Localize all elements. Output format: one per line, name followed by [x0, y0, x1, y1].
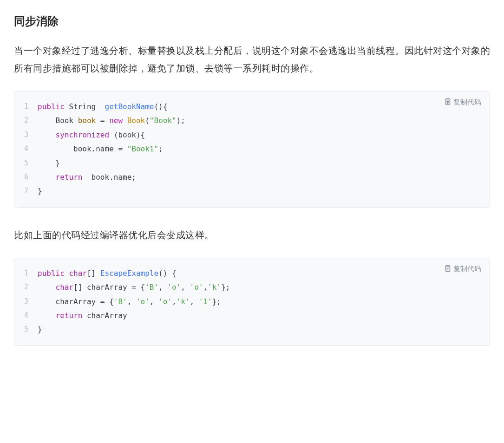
section-heading: 同步消除	[14, 14, 490, 29]
line-number: 5	[14, 156, 38, 170]
line-number: 3	[14, 128, 38, 142]
line-number: 5	[14, 323, 38, 336]
line-content: }	[38, 184, 42, 198]
code-line: 4 return charArray	[14, 309, 479, 323]
copy-icon	[444, 265, 451, 274]
copy-label: 复制代码	[453, 98, 481, 107]
code-block-1: 复制代码 1public String getBookName(){2 Book…	[14, 91, 490, 208]
line-content: Book book = new Book("Book");	[38, 114, 185, 128]
code-block-2: 复制代码 1public char[] EscapeExample() {2 c…	[14, 258, 490, 346]
copy-icon	[444, 98, 451, 107]
code-line: 1public char[] EscapeExample() {	[14, 267, 479, 280]
paragraph-middle: 比如上面的代码经过编译器优化后会变成这样。	[14, 226, 490, 244]
line-number: 2	[14, 280, 38, 294]
line-number: 3	[14, 295, 38, 308]
copy-label: 复制代码	[453, 265, 481, 274]
code-line: 2 Book book = new Book("Book");	[14, 114, 479, 128]
line-content: char[] charArray = {'B', 'o', 'o','k'};	[38, 280, 230, 294]
line-content: return book.name;	[38, 170, 136, 184]
line-content: return charArray	[38, 309, 127, 323]
line-number: 2	[14, 114, 38, 127]
line-content: charArray = {'B', 'o', 'o','k', '1'};	[38, 295, 221, 309]
code-line: 1public String getBookName(){	[14, 100, 479, 114]
line-content: book.name = "Book1";	[38, 142, 163, 156]
line-number: 6	[14, 170, 38, 184]
code-content-2: 1public char[] EscapeExample() {2 char[]…	[14, 267, 479, 337]
line-number: 7	[14, 184, 38, 198]
copy-code-button[interactable]: 复制代码	[444, 98, 481, 107]
code-line: 3 synchronized (book){	[14, 128, 479, 142]
line-content: }	[38, 323, 42, 337]
line-number: 1	[14, 100, 38, 113]
line-content: public char[] EscapeExample() {	[38, 267, 177, 280]
line-content: public String getBookName(){	[38, 100, 167, 114]
line-number: 4	[14, 142, 38, 156]
line-number: 1	[14, 267, 38, 280]
copy-code-button[interactable]: 复制代码	[444, 265, 481, 274]
code-line: 5 }	[14, 156, 479, 170]
code-line: 3 charArray = {'B', 'o', 'o','k', '1'};	[14, 295, 479, 309]
code-line: 7}	[14, 184, 479, 198]
code-line: 4 book.name = "Book1";	[14, 142, 479, 156]
paragraph-intro: 当一个对象经过了逃逸分析、标量替换以及栈上分配后，说明这个对象不会逃逸出当前线程…	[14, 42, 490, 77]
code-line: 6 return book.name;	[14, 170, 479, 184]
code-line: 5}	[14, 323, 479, 337]
line-content: }	[38, 156, 60, 170]
line-content: synchronized (book){	[38, 128, 145, 142]
code-line: 2 char[] charArray = {'B', 'o', 'o','k'}…	[14, 280, 479, 294]
code-content-1: 1public String getBookName(){2 Book book…	[14, 100, 479, 199]
line-number: 4	[14, 309, 38, 322]
